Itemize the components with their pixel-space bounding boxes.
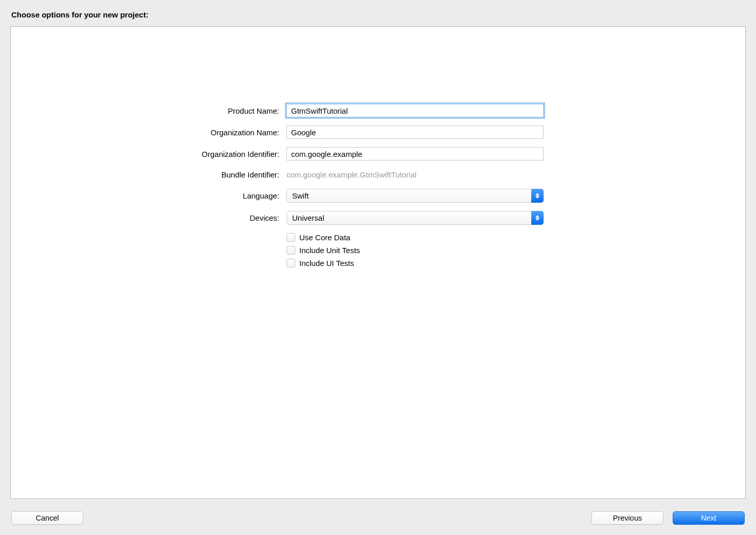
new-project-options-dialog: Choose options for your new project: Pro… [10, 10, 746, 525]
bundle-identifier-label: Bundle Identifier: [42, 170, 286, 179]
next-button[interactable]: Next [673, 511, 745, 525]
devices-value: Universal [292, 213, 325, 222]
button-bar: Cancel Previous Next [10, 511, 746, 525]
language-select[interactable]: Swift [286, 189, 544, 203]
language-label: Language: [42, 191, 286, 200]
devices-label: Devices: [42, 213, 286, 222]
organization-name-input[interactable] [286, 126, 544, 139]
include-ui-tests-label: Include UI Tests [299, 259, 354, 268]
updown-arrows-icon [531, 189, 544, 203]
dialog-title: Choose options for your new project: [11, 10, 746, 19]
use-core-data-checkbox[interactable] [286, 233, 295, 242]
use-core-data-label: Use Core Data [299, 233, 350, 242]
previous-button[interactable]: Previous [591, 511, 663, 525]
product-name-label: Product Name: [42, 106, 286, 115]
include-unit-tests-checkbox[interactable] [286, 246, 295, 255]
updown-arrows-icon [531, 211, 544, 225]
include-unit-tests-label: Include Unit Tests [299, 246, 360, 255]
include-ui-tests-checkbox[interactable] [286, 259, 295, 268]
organization-identifier-label: Organization Identifier: [42, 150, 286, 158]
language-value: Swift [292, 191, 309, 200]
organization-identifier-input[interactable] [286, 147, 544, 160]
devices-select[interactable]: Universal [286, 211, 544, 225]
organization-name-label: Organization Name: [42, 128, 286, 137]
options-panel: Product Name: Organization Name: Organiz… [10, 26, 746, 499]
bundle-identifier-value: com.google.example.GtmSwiftTutorial [286, 169, 417, 181]
product-name-input[interactable] [286, 104, 544, 117]
cancel-button[interactable]: Cancel [11, 511, 83, 525]
